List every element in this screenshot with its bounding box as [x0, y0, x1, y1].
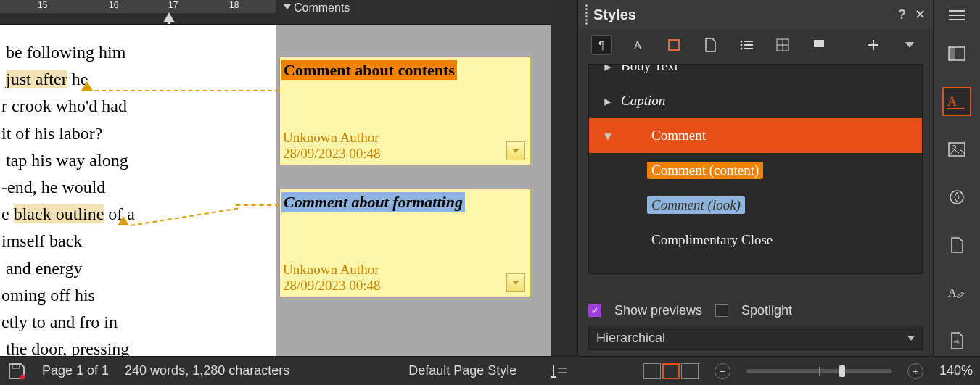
text-line[interactable]: r crook who'd had — [0, 93, 276, 120]
ruler-tick: 18 — [229, 0, 239, 10]
styles-toolbar: ¶ A — [578, 29, 933, 61]
style-row-comment-content[interactable]: Comment (content) — [589, 153, 922, 188]
navigator-tab-button[interactable] — [942, 183, 971, 212]
text-line[interactable]: just after he — [0, 66, 276, 93]
page-indicator[interactable]: Page 1 of 1 — [42, 363, 109, 378]
comment-box[interactable]: Comment about formatting Unknown Author … — [279, 189, 530, 297]
table-styles-button[interactable] — [773, 35, 793, 55]
svg-rect-18 — [949, 47, 955, 60]
text-line[interactable]: tap his way along — [0, 147, 276, 174]
text-line[interactable]: be following him — [0, 39, 276, 66]
save-status-icon[interactable] — [7, 362, 26, 381]
multi-page-view-button[interactable] — [662, 363, 680, 379]
grip-icon[interactable] — [585, 4, 588, 25]
list-styles-button[interactable] — [736, 35, 757, 55]
spotlight-checkbox[interactable] — [715, 304, 728, 317]
comment-title[interactable]: Comment about contents — [281, 60, 457, 80]
zoom-slider-knob[interactable] — [839, 365, 845, 377]
properties-tab-button[interactable] — [942, 39, 971, 68]
text-line[interactable]: imself back — [0, 228, 276, 254]
style-label: Body Text — [621, 64, 678, 74]
book-view-button[interactable] — [681, 363, 699, 379]
styles-filter-value: Hierarchical — [596, 331, 665, 346]
comment-author: Unknown Author — [283, 262, 381, 278]
styles-tree[interactable]: ▸ Body Text ▸ Caption ▾ Comment Comment … — [588, 64, 923, 274]
view-layout-buttons — [643, 363, 699, 379]
svg-rect-8 — [744, 48, 753, 49]
style-label: Comment — [621, 128, 706, 144]
status-bar: Page 1 of 1 240 words, 1,280 characters … — [0, 356, 980, 385]
new-style-button[interactable] — [863, 35, 884, 55]
comment-author: Unknown Author — [283, 130, 381, 146]
help-button[interactable]: ? — [898, 7, 906, 22]
text-line[interactable]: oming off his — [0, 282, 276, 309]
text-line[interactable]: the door, pressing — [0, 336, 276, 356]
frame-styles-button[interactable] — [664, 35, 684, 55]
page-tab-button[interactable] — [942, 231, 971, 260]
zoom-out-button[interactable]: − — [715, 363, 730, 379]
comments-column: Comment about contents Unknown Author 28… — [279, 25, 548, 356]
svg-rect-13 — [814, 47, 824, 50]
character-styles-button[interactable]: A — [627, 35, 648, 55]
text-line[interactable]: -end, he would — [0, 174, 276, 201]
text-line[interactable]: and energy — [0, 255, 276, 282]
style-row-comment-look[interactable]: Comment (look) — [589, 188, 922, 223]
fill-format-mode-button[interactable] — [809, 35, 829, 55]
word-count[interactable]: 240 words, 1,280 characters — [125, 363, 289, 378]
styles-filter-dropdown[interactable]: Hierarchical — [588, 326, 923, 350]
horizontal-ruler[interactable]: 15 16 17 18 — [0, 0, 279, 25]
document-page[interactable]: be following him just after he r crook w… — [0, 25, 276, 356]
expand-arrow-icon[interactable]: ▸ — [604, 64, 612, 75]
outline-folding-icon[interactable] — [551, 363, 568, 380]
style-row-caption[interactable]: ▸ Caption — [589, 83, 922, 118]
text-line[interactable]: it of his labor? — [0, 120, 276, 147]
style-actions-dropdown[interactable] — [899, 35, 920, 55]
styles-tab-button[interactable]: A — [942, 87, 971, 116]
manage-changes-tab-button[interactable] — [942, 326, 971, 355]
style-label: Complimentary Close — [621, 232, 773, 248]
chevron-down-icon — [284, 4, 291, 9]
styles-options: Show previews Spotlight — [588, 299, 923, 321]
svg-rect-4 — [744, 41, 753, 42]
comment-menu-button[interactable] — [506, 273, 525, 292]
sidebar-settings-button[interactable] — [949, 10, 965, 20]
comment-connector — [94, 90, 279, 91]
sidebar-tab-strip: A A — [933, 0, 980, 356]
text-line[interactable]: etly to and fro in — [0, 309, 276, 336]
panel-gap — [551, 0, 577, 356]
svg-text:A: A — [947, 94, 957, 109]
show-previews-checkbox[interactable] — [588, 304, 601, 317]
comment-title[interactable]: Comment about formatting — [281, 192, 465, 212]
close-panel-button[interactable]: ✕ — [915, 7, 926, 22]
svg-marker-24 — [955, 192, 959, 202]
comment-box[interactable]: Comment about contents Unknown Author 28… — [279, 57, 530, 165]
svg-point-3 — [741, 41, 743, 43]
comments-column-header[interactable]: Comments — [279, 0, 551, 25]
style-row-body-text[interactable]: ▸ Body Text — [589, 64, 922, 83]
paragraph-styles-button[interactable]: ¶ — [591, 35, 612, 55]
svg-marker-16 — [905, 42, 914, 48]
indent-marker-icon[interactable] — [163, 12, 172, 23]
gallery-tab-button[interactable] — [942, 135, 971, 164]
comment-menu-button[interactable] — [506, 141, 525, 160]
comment-anchor-icon — [118, 216, 129, 225]
ruler-tick: 15 — [38, 0, 47, 10]
styles-panel-titlebar[interactable]: Styles ? ✕ — [578, 0, 933, 29]
style-row-comment[interactable]: ▾ Comment — [589, 118, 922, 153]
comment-anchor-icon — [81, 81, 93, 91]
collapse-arrow-icon[interactable]: ▾ — [604, 128, 612, 144]
comment-connector — [236, 204, 279, 206]
style-row-complimentary-close[interactable]: Complimentary Close — [589, 223, 922, 257]
expand-arrow-icon[interactable]: ▸ — [604, 93, 612, 109]
highlighted-text[interactable]: black outline — [14, 204, 104, 223]
zoom-level[interactable]: 140% — [939, 363, 973, 378]
comment-time: 28/09/2023 00:48 — [283, 278, 381, 294]
zoom-slider[interactable] — [746, 369, 892, 373]
single-page-view-button[interactable] — [643, 363, 661, 379]
style-inspector-tab-button[interactable]: A — [942, 278, 971, 307]
page-style-indicator[interactable]: Default Page Style — [408, 363, 516, 378]
zoom-in-button[interactable]: + — [907, 363, 923, 379]
page-styles-button[interactable] — [700, 35, 720, 55]
highlighted-text[interactable]: just after — [6, 70, 67, 88]
svg-rect-2 — [669, 40, 679, 50]
